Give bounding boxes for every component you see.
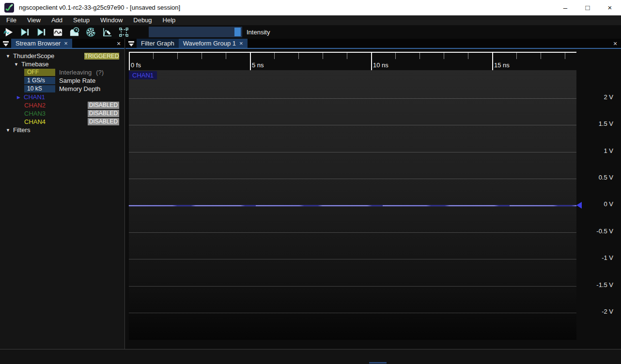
- channel-name[interactable]: CHAN4: [24, 118, 46, 125]
- time-minor-tick: [565, 53, 565, 59]
- stop-trigger-button[interactable]: [52, 26, 64, 38]
- memory-depth-dropdown[interactable]: 10 kS: [24, 85, 55, 92]
- tree-row-chan2[interactable]: CHAN2 DISABLED: [0, 101, 124, 109]
- single-trigger-icon: [19, 27, 31, 38]
- tree-row-sample-rate: 1 GS/s Sample Rate: [0, 76, 124, 85]
- toolbar: Intensity: [0, 25, 621, 39]
- scope-name: ThunderScope: [13, 52, 54, 60]
- voltage-tick-label: -2 V: [579, 308, 613, 315]
- clear-sweeps-icon: [102, 27, 113, 38]
- intensity-label: Intensity: [247, 29, 270, 36]
- time-tick-label: 15 ns: [494, 61, 510, 69]
- panel-close-icon[interactable]: ×: [113, 39, 124, 48]
- expand-down-icon[interactable]: ▼: [5, 54, 11, 59]
- tab-close-icon[interactable]: ×: [64, 40, 68, 47]
- voltage-axis[interactable]: 2 V 1.5 V 1 V 0.5 V 0 V -0.5 V -1 V -1.5…: [579, 39, 621, 349]
- title-bar: ngscopeclient v0.1-rc2-33-g25c97e90 - [u…: [0, 0, 621, 15]
- voltage-gridline: [129, 125, 576, 125]
- menu-help[interactable]: Help: [157, 15, 181, 25]
- channel-disabled-badge[interactable]: DISABLED: [88, 110, 119, 117]
- start-trigger-button[interactable]: [2, 26, 15, 38]
- menu-file[interactable]: File: [1, 15, 22, 25]
- time-minor-tick: [516, 53, 517, 59]
- channel-offset-marker-icon[interactable]: [576, 202, 582, 209]
- time-minor-tick: [202, 53, 202, 59]
- menu-setup[interactable]: Setup: [68, 15, 95, 25]
- clear-sweeps-button[interactable]: [101, 26, 113, 38]
- voltage-gridline: [129, 232, 576, 233]
- expand-down-icon[interactable]: ▼: [5, 128, 11, 133]
- window-title: ngscopeclient v0.1-rc2-33-g25c97e90 - [u…: [19, 4, 180, 11]
- single-trigger-button[interactable]: [19, 26, 31, 38]
- tab-filter-graph[interactable]: Filter Graph: [137, 39, 179, 48]
- tab-stream-browser[interactable]: Stream Browser ×: [11, 39, 72, 48]
- sample-rate-label: Sample Rate: [59, 77, 95, 84]
- sidebar-tab-bar: Stream Browser × ×: [0, 39, 124, 49]
- time-minor-tick: [541, 53, 541, 59]
- maximize-button[interactable]: □: [576, 0, 599, 15]
- tree-row-memory-depth: 10 kS Memory Depth: [0, 85, 124, 93]
- tree-row-chan3[interactable]: CHAN3 DISABLED: [0, 109, 124, 118]
- channel-disabled-badge[interactable]: DISABLED: [88, 118, 119, 125]
- voltage-gridline: [129, 259, 576, 259]
- channel-disabled-badge[interactable]: DISABLED: [88, 102, 119, 109]
- tab-stream-browser-label: Stream Browser: [16, 40, 61, 47]
- waveform-group: 0 fs 5 ns 10 ns 15 ns CHAN1: [129, 52, 576, 69]
- time-major-tick: [492, 53, 493, 70]
- fullscreen-button[interactable]: [118, 26, 130, 38]
- refresh-settings-icon: [85, 27, 96, 38]
- voltage-gridline: [129, 286, 576, 287]
- time-minor-tick: [419, 53, 420, 59]
- close-button[interactable]: ×: [599, 0, 621, 15]
- tree-row-thunderscope[interactable]: ▼ ThunderScope TRIGGERED: [0, 52, 124, 60]
- menu-view[interactable]: View: [22, 15, 46, 25]
- voltage-tick-label: 2 V: [579, 93, 613, 101]
- tab-close-icon[interactable]: ×: [239, 40, 243, 47]
- sample-rate-dropdown[interactable]: 1 GS/s: [24, 77, 55, 84]
- tab-waveform-group-1-label: Waveform Group 1: [183, 40, 236, 47]
- menu-bar: File View Add Setup Window Debug Help: [0, 15, 621, 25]
- channel-name[interactable]: CHAN2: [24, 102, 46, 109]
- minimize-button[interactable]: –: [554, 0, 576, 15]
- intensity-slider[interactable]: [149, 27, 242, 37]
- tree-row-chan1[interactable]: ▶ CHAN1: [0, 93, 124, 101]
- interleaving-toggle[interactable]: OFF: [24, 69, 55, 76]
- window-menu-icon[interactable]: [125, 39, 137, 48]
- status-bar: [0, 349, 621, 364]
- expand-right-icon[interactable]: ▶: [16, 95, 21, 100]
- interleaving-help-icon[interactable]: (?): [96, 69, 104, 76]
- time-minor-tick: [395, 53, 396, 59]
- voltage-gridline: [129, 98, 576, 99]
- intensity-slider-handle[interactable]: [234, 28, 241, 36]
- refresh-settings-button[interactable]: [85, 26, 97, 38]
- channel-name[interactable]: CHAN3: [24, 110, 46, 117]
- start-trigger-icon: [3, 27, 14, 38]
- tab-waveform-group-1[interactable]: Waveform Group 1 ×: [179, 39, 248, 48]
- window-controls: – □ ×: [554, 0, 621, 15]
- time-tick-label: 5 ns: [252, 61, 264, 69]
- stop-trigger-icon: [52, 27, 63, 38]
- time-axis[interactable]: 0 fs 5 ns 10 ns 15 ns: [129, 52, 576, 69]
- menu-window[interactable]: Window: [95, 15, 128, 25]
- stream-browser-tree: ▼ ThunderScope TRIGGERED ▼ Timebase OFF …: [0, 49, 124, 134]
- menu-add[interactable]: Add: [46, 15, 68, 25]
- trigger-status-badge: TRIGGERED: [84, 53, 119, 60]
- force-trigger-button[interactable]: [35, 26, 47, 38]
- channel-badge[interactable]: CHAN1: [129, 71, 157, 79]
- time-minor-tick: [153, 53, 154, 59]
- time-major-tick: [129, 53, 130, 70]
- window-menu-icon[interactable]: [0, 39, 11, 48]
- main-panel: Filter Graph Waveform Group 1 × × 0 fs 5…: [125, 39, 621, 349]
- chan1-trace: [129, 205, 576, 206]
- history-icon: [69, 27, 80, 38]
- tree-row-filters[interactable]: ▼ Filters: [0, 126, 124, 134]
- channel-name[interactable]: CHAN1: [24, 93, 45, 101]
- tree-row-timebase[interactable]: ▼ Timebase: [0, 60, 124, 68]
- history-button[interactable]: [68, 26, 80, 38]
- tree-row-chan4[interactable]: CHAN4 DISABLED: [0, 118, 124, 126]
- menu-debug[interactable]: Debug: [128, 15, 157, 25]
- interleaving-label: Interleaving: [59, 69, 92, 76]
- expand-down-icon[interactable]: ▼: [14, 62, 19, 67]
- waveform-plot[interactable]: CHAN1: [129, 70, 576, 340]
- tree-row-interleaving: OFF Interleaving (?): [0, 68, 124, 76]
